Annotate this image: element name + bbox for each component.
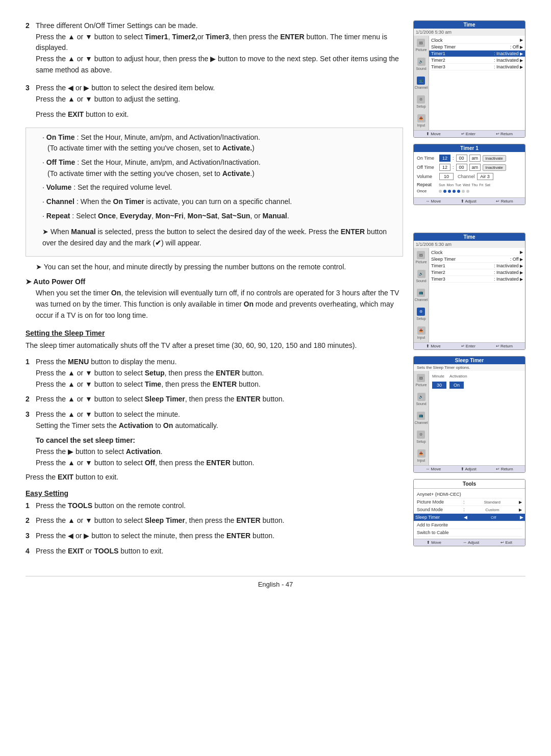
easy-step2-content: Press the ▲ or ▼ button to select Sleep …	[36, 515, 403, 526]
timer1-value: : Inactivated ▶	[494, 51, 523, 56]
channel-val: Air 3	[477, 173, 493, 180]
day-fri: Fri	[479, 183, 483, 187]
setup-label-s: Setup	[416, 440, 425, 443]
sleep-label-2: Sleep Timer	[431, 257, 456, 262]
sleep-timer-section: Setting the Sleep Timer The sleep timer …	[26, 329, 403, 481]
sleep-widget-desc: Sets the Sleep Timer options.	[414, 364, 525, 371]
sleep-step2: 2 Press the ▲ or ▼ button to select Slee…	[26, 394, 403, 405]
clock-label: Clock	[431, 38, 443, 43]
channel-icon: 📺	[417, 77, 425, 85]
step-number-2: 2	[26, 20, 36, 75]
sleep-label-top: Sleep Timer	[431, 44, 456, 49]
timer-volume-row: Volume 10 Channel Air 3	[417, 173, 522, 180]
sound-label-2: Sound	[416, 279, 426, 283]
setup-bold: Setup	[145, 369, 165, 377]
offtime-sep: :	[453, 165, 454, 170]
easy-step1: 1 Press the TOOLS button on the remote c…	[26, 500, 403, 512]
day-sun: Sun	[439, 183, 445, 187]
sleep-minute-val: 30	[432, 382, 446, 389]
channel-label: Channel	[414, 86, 428, 89]
bullet-channel: · Channel : When the On Timer is activat…	[42, 196, 396, 208]
tv2-row-timer3: Timer3 : Inactivated ▶	[431, 276, 523, 283]
sleep-footer-move: ↔ Move	[425, 467, 441, 471]
sound-arrow: ▶	[519, 508, 522, 512]
tv-footer-top: ⬆ Move ↵ Enter ↩ Return	[414, 130, 525, 137]
step2-intro: Three different On/Off Timer Settings ca…	[36, 21, 198, 30]
dot-mon	[443, 190, 446, 193]
tools-row-cable: Switch to Cable	[417, 529, 522, 537]
dot-thu	[457, 190, 460, 193]
sidebar-setup: ⚙ Setup	[416, 95, 425, 108]
cancel-title: To cancel the set sleep timer:	[36, 436, 403, 444]
offtime-label: Off Time	[417, 165, 437, 170]
tools-widget-title: Tools	[414, 480, 525, 489]
offtime-btn: Inactivate	[483, 164, 506, 171]
timer1-footer-return: ↩ Return	[496, 199, 513, 204]
clock-label-2: Clock	[431, 250, 443, 255]
sleep-step3: 3 Press the ▲ or ▼ button to select the …	[26, 409, 403, 431]
everyday-bold: Everyday	[120, 212, 152, 220]
bullet-offtime: · Off Time : Set the Hour, Minute, am/pm…	[42, 157, 396, 179]
day-mon: Mon	[446, 183, 454, 187]
sleep-values-row: 30 On	[432, 382, 522, 389]
sleep-timer-value-t: Off	[491, 515, 496, 520]
sleep-step2-content: Press the ▲ or ▼ button to select Sleep …	[36, 394, 403, 405]
ontime-hour: 12	[439, 155, 450, 162]
picture-label: Picture	[416, 48, 427, 52]
sleep-step-num-2: 2	[26, 394, 36, 405]
enter-bold-5: ENTER	[236, 395, 260, 403]
sidebar2-channel: 📺 Channel	[414, 289, 428, 301]
bullet-ontime: · On Time : Set the Hour, Minute, am/pm,…	[42, 132, 396, 154]
exit-bold-2: EXIT	[58, 473, 73, 481]
input-icon-s: 📥	[417, 449, 425, 458]
ontime-sep: :	[453, 156, 454, 161]
bullets-block: · On Time : Set the Hour, Minute, am/pm,…	[26, 128, 403, 257]
offtime-min: 00	[456, 164, 467, 171]
tools-row-sound: Sound Mode : Custom ▶	[417, 506, 522, 514]
picture-label-2: Picture	[416, 260, 427, 264]
tv-row-timer3: Timer3 : Inactivated ▶	[431, 64, 523, 70]
sleep-sidebar-channel: 📺 Channel	[414, 412, 428, 424]
sound-label: Sound	[416, 67, 426, 70]
input-icon: 📥	[417, 114, 425, 122]
easy-setting-title: Easy Setting	[26, 489, 403, 497]
timer2-label-2: Timer2	[431, 270, 445, 275]
easy-step-num-2: 2	[26, 515, 36, 526]
tv-widget-time2-title: Time	[414, 233, 525, 241]
sleep-timer-intro: The sleep timer automatically shuts off …	[26, 340, 403, 351]
bullet-volume: · Volume : Set the required volume level…	[42, 182, 396, 193]
sound-icon-s: 🔊	[417, 393, 425, 401]
footer-return-top: ↩ Return	[496, 132, 513, 136]
tools-row-favorite: Add to Favorite	[417, 521, 522, 529]
timer1-value-2: : Inactivated ▶	[494, 263, 523, 268]
input-icon-2: 📥	[417, 326, 425, 335]
timer1-label: Timer1	[431, 51, 445, 56]
page-content: 2 Three different On/Off Timer Settings …	[26, 20, 525, 561]
sound-mode-label: Sound Mode	[417, 507, 443, 512]
easy-step-num-1: 1	[26, 500, 36, 512]
enter-bold-1: ENTER	[280, 33, 304, 41]
step2-block: 2 Three different On/Off Timer Settings …	[26, 20, 403, 75]
step3-block: 3 Press the ◀ or ▶ button to select the …	[26, 83, 403, 120]
tv-footer-2: ⬆ Move ↵ Enter ↩ Return	[414, 342, 525, 349]
minute-col-label: Minute	[432, 374, 444, 379]
tv-row-clock: Clock ▶	[431, 37, 523, 44]
timer1-widget: Timer 1 On Time 12 : 00 am Inactivate Of…	[413, 144, 525, 205]
exit-note-2: Press the EXIT button to exit.	[26, 473, 403, 481]
colon-1: :	[463, 499, 465, 505]
step3-item: 3 Press the ◀ or ▶ button to select the …	[26, 83, 403, 105]
tools-row-picture: Picture Mode : Standard ▶	[417, 498, 522, 506]
arrow-left-sleep: ◀	[464, 515, 467, 520]
ontime-bold: On Time	[46, 133, 75, 141]
ontime-ampm: am	[469, 155, 481, 162]
monfri-bold: Mon~Fri	[156, 212, 184, 220]
sleep-sidebar-input: 📥 Input	[417, 449, 425, 462]
sleep-sidebar: 🖼 Picture 🔊 Sound 📺 Channel ⚙ Setup	[414, 371, 429, 465]
sleep-step-num-3: 3	[26, 409, 36, 431]
easy-step4-content: Press the EXIT or TOOLS button to exit.	[36, 546, 403, 557]
day-thu: Thu	[471, 183, 478, 187]
channel-icon-s: 📺	[417, 412, 425, 420]
activation-bold: Activation	[119, 421, 154, 430]
ontime-btn: Inactivate	[483, 155, 506, 162]
sleep-timer-label-t: Sleep Timer	[415, 515, 440, 520]
